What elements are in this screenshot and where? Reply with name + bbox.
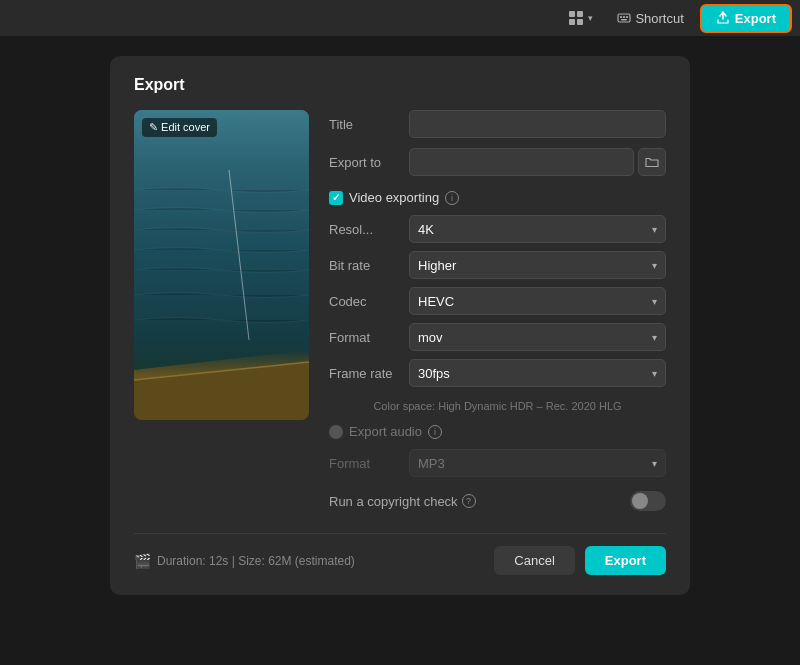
duration-info: 🎬 Duration: 12s | Size: 62M (estimated): [134, 553, 355, 569]
format-label: Format: [329, 330, 409, 345]
svg-rect-2: [569, 19, 575, 25]
bottom-bar: 🎬 Duration: 12s | Size: 62M (estimated) …: [134, 533, 666, 575]
bitrate-label: Bit rate: [329, 258, 409, 273]
export-top-button[interactable]: Export: [700, 4, 792, 33]
copyright-row: Run a copyright check ?: [329, 491, 666, 511]
export-to-field: [409, 148, 666, 176]
color-space-note: Color space: High Dynamic HDR – Rec. 202…: [329, 399, 666, 414]
svg-rect-5: [620, 16, 622, 18]
title-row: Title: [329, 110, 666, 138]
main-area: Export: [0, 36, 800, 665]
audio-format-value: MP3: [418, 456, 445, 471]
format-value: mov: [418, 330, 443, 345]
codec-row: Codec HEVC ▾: [329, 287, 666, 315]
layout-button[interactable]: ▾: [560, 6, 601, 30]
codec-value: HEVC: [418, 294, 454, 309]
framerate-value: 30fps: [418, 366, 450, 381]
dialog-title: Export: [134, 76, 666, 94]
framerate-dropdown[interactable]: 30fps ▾: [409, 359, 666, 387]
svg-rect-0: [569, 11, 575, 17]
bitrate-chevron: ▾: [652, 260, 657, 271]
export-to-label: Export to: [329, 155, 409, 170]
framerate-row: Frame rate 30fps ▾: [329, 359, 666, 387]
form-area: Title Export to: [329, 110, 666, 517]
export-audio-info-icon[interactable]: i: [428, 425, 442, 439]
copyright-info-icon[interactable]: ?: [462, 494, 476, 508]
svg-rect-3: [577, 19, 583, 25]
framerate-label: Frame rate: [329, 366, 409, 381]
bitrate-value: Higher: [418, 258, 456, 273]
bottom-buttons: Cancel Export: [494, 546, 666, 575]
svg-rect-1: [577, 11, 583, 17]
svg-rect-6: [623, 16, 625, 18]
cancel-button[interactable]: Cancel: [494, 546, 574, 575]
thumbnail-wrapper: ✎ Edit cover: [134, 110, 309, 420]
bitrate-row: Bit rate Higher ▾: [329, 251, 666, 279]
resolution-row: Resol... 4K ▾: [329, 215, 666, 243]
duration-text: Duration: 12s | Size: 62M (estimated): [157, 554, 355, 568]
audio-format-label: Format: [329, 456, 409, 471]
resolution-chevron: ▾: [652, 224, 657, 235]
audio-format-row: Format MP3 ▾: [329, 449, 666, 477]
codec-dropdown[interactable]: HEVC ▾: [409, 287, 666, 315]
export-audio-header: Export audio i: [329, 424, 666, 439]
layout-icon: [568, 10, 584, 26]
format-chevron: ▾: [652, 332, 657, 343]
folder-icon: [645, 156, 659, 168]
video-exporting-header: Video exporting i: [329, 190, 666, 205]
bitrate-dropdown[interactable]: Higher ▾: [409, 251, 666, 279]
title-input[interactable]: [409, 110, 666, 138]
copyright-toggle-knob: [632, 493, 648, 509]
export-top-label: Export: [735, 11, 776, 26]
export-path-input[interactable]: [409, 148, 634, 176]
folder-button[interactable]: [638, 148, 666, 176]
layout-chevron: ▾: [588, 13, 593, 23]
edit-cover-button[interactable]: ✎ Edit cover: [142, 118, 217, 137]
export-dialog: Export: [110, 56, 690, 595]
video-exporting-checkbox[interactable]: [329, 191, 343, 205]
shortcut-label: Shortcut: [635, 11, 683, 26]
svg-rect-8: [621, 19, 627, 21]
export-to-row: Export to: [329, 148, 666, 176]
water-svg: [134, 110, 309, 420]
thumbnail-image: [134, 110, 309, 420]
dialog-body: ✎ Edit cover Title Export to: [134, 110, 666, 517]
format-row: Format mov ▾: [329, 323, 666, 351]
thumbnail-area: ✎ Edit cover: [134, 110, 309, 517]
export-audio-toggle[interactable]: [329, 425, 343, 439]
audio-format-chevron: ▾: [652, 458, 657, 469]
film-icon: 🎬: [134, 553, 151, 569]
top-bar: ▾ Shortcut Export: [0, 0, 800, 36]
copyright-label: Run a copyright check ?: [329, 494, 630, 509]
shortcut-button[interactable]: Shortcut: [609, 7, 691, 30]
resolution-dropdown[interactable]: 4K ▾: [409, 215, 666, 243]
audio-format-dropdown[interactable]: MP3 ▾: [409, 449, 666, 477]
export-audio-label: Export audio: [349, 424, 422, 439]
title-label: Title: [329, 117, 409, 132]
video-exporting-label: Video exporting: [349, 190, 439, 205]
export-icon: [716, 11, 730, 25]
framerate-chevron: ▾: [652, 368, 657, 379]
export-button[interactable]: Export: [585, 546, 666, 575]
codec-chevron: ▾: [652, 296, 657, 307]
resolution-label: Resol...: [329, 222, 409, 237]
keyboard-icon: [617, 11, 631, 25]
resolution-value: 4K: [418, 222, 434, 237]
svg-rect-7: [626, 16, 628, 18]
video-exporting-info-icon[interactable]: i: [445, 191, 459, 205]
codec-label: Codec: [329, 294, 409, 309]
copyright-toggle[interactable]: [630, 491, 666, 511]
format-dropdown[interactable]: mov ▾: [409, 323, 666, 351]
